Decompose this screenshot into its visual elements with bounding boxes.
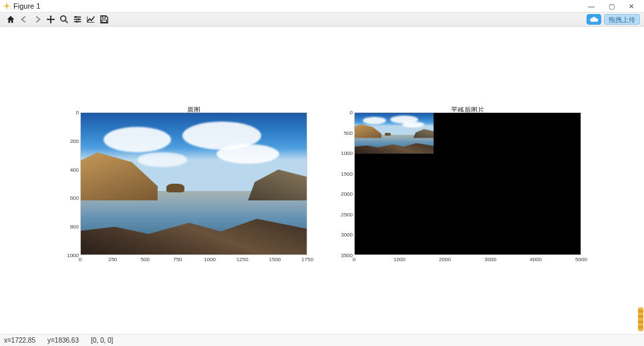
subplot-original: 原图 0 250 500 750 1000 1250 150 — [80, 112, 307, 255]
svg-point-3 — [77, 19, 79, 21]
xtick: 750 — [173, 256, 182, 263]
axes-box — [80, 112, 307, 255]
vertical-scrollbar[interactable] — [638, 307, 643, 331]
configure-icon[interactable] — [71, 13, 84, 26]
figure-canvas[interactable]: 原图 0 250 500 750 1000 1250 150 — [0, 27, 644, 334]
upload-button[interactable]: 拖拽上传 — [604, 14, 640, 25]
ytick: 3000 — [339, 232, 353, 238]
ytick: 200 — [65, 138, 79, 144]
status-x: x=1722.85 — [4, 337, 35, 344]
minimize-button[interactable]: — — [581, 0, 601, 12]
forward-icon[interactable] — [31, 13, 44, 26]
close-button[interactable]: ✕ — [621, 0, 641, 12]
x-axis-ticks: 0 250 500 750 1000 1250 1500 1750 — [80, 256, 307, 265]
zoom-icon[interactable] — [57, 13, 71, 26]
xtick: 2000 — [439, 256, 451, 263]
ytick: 2500 — [339, 211, 353, 217]
save-icon[interactable] — [98, 13, 111, 26]
home-icon[interactable] — [4, 13, 17, 26]
xtick: 5000 — [575, 256, 587, 263]
y-axis-ticks: 0 200 400 600 800 1000 — [65, 112, 79, 255]
xtick: 4000 — [530, 256, 542, 263]
svg-point-0 — [61, 16, 66, 21]
original-image — [81, 113, 307, 254]
xtick: 0 — [79, 256, 82, 263]
back-icon[interactable] — [17, 13, 31, 26]
ytick: 1000 — [65, 252, 79, 258]
ytick: 500 — [339, 130, 353, 136]
ytick: 800 — [65, 224, 79, 230]
axes-box — [354, 112, 581, 255]
ytick: 0 — [65, 110, 79, 116]
matplotlib-toolbar: 拖拽上传 — [0, 12, 644, 27]
ytick: 2000 — [339, 191, 353, 197]
xtick: 3000 — [484, 256, 496, 263]
x-axis-ticks: 0 1000 2000 3000 4000 5000 — [354, 256, 581, 265]
xtick: 1500 — [269, 256, 281, 263]
xtick: 0 — [353, 256, 355, 263]
ytick: 400 — [65, 166, 79, 172]
ytick: 1000 — [339, 150, 353, 156]
subplot-translated: 平移后图片 0 1000 2000 3000 4000 500 — [354, 112, 581, 255]
xtick: 500 — [141, 256, 150, 263]
xtick: 1250 — [236, 256, 249, 263]
xtick: 1000 — [204, 256, 216, 263]
app-icon — [3, 2, 11, 10]
window-titlebar: Figure 1 — ▢ ✕ — [0, 0, 644, 12]
ytick: 3500 — [339, 252, 353, 258]
ytick: 600 — [65, 195, 79, 201]
translated-image-content — [355, 113, 434, 154]
window-title: Figure 1 — [13, 2, 40, 10]
status-y: y=1836.63 — [47, 337, 79, 344]
xtick: 1750 — [301, 256, 313, 263]
maximize-button[interactable]: ▢ — [601, 0, 621, 12]
pan-icon[interactable] — [44, 13, 57, 26]
status-bar: x=1722.85 y=1836.63 [0, 0, 0] — [0, 334, 644, 346]
svg-line-1 — [65, 21, 68, 23]
svg-rect-6 — [102, 20, 107, 23]
xtick: 250 — [108, 256, 117, 263]
cloud-icon[interactable] — [587, 14, 601, 25]
ytick: 0 — [339, 110, 353, 116]
status-pixel: [0, 0, 0] — [91, 337, 113, 344]
y-axis-ticks: 0 500 1000 1500 2000 2500 3000 3500 — [339, 112, 353, 255]
edit-axes-icon[interactable] — [84, 13, 98, 26]
svg-point-4 — [76, 21, 78, 23]
xtick: 1000 — [393, 256, 406, 263]
ytick: 1500 — [339, 170, 353, 176]
svg-point-2 — [75, 16, 77, 18]
window-controls: — ▢ ✕ — [581, 0, 641, 12]
svg-rect-5 — [102, 16, 105, 19]
